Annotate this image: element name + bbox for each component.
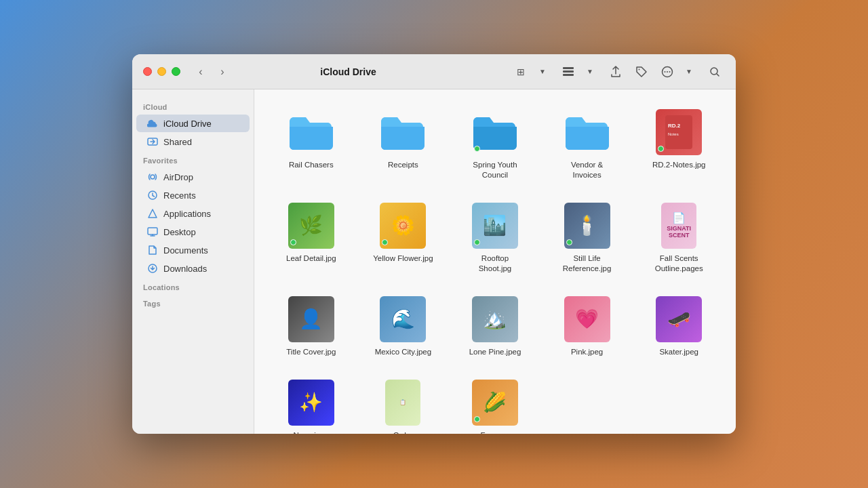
image-thumb-wrapper: 🕯️: [564, 202, 611, 249]
list-item[interactable]: 🕯️ Still Life Reference.jpg: [544, 197, 631, 279]
image-thumb-wrapper: RD.2 Notes: [655, 108, 703, 156]
close-button[interactable]: [143, 67, 152, 76]
content-area: iCloud iCloud Drive Shared Fav: [132, 89, 736, 434]
files-area: Rail Chasers Receipts: [254, 89, 736, 434]
list-item[interactable]: 💗 Pink.jpeg: [544, 290, 631, 363]
sidebar-item-desktop[interactable]: Desktop: [136, 223, 250, 241]
list-item[interactable]: RD.2 Notes RD.2-Notes.jpg: [635, 103, 722, 186]
file-name: Pink.jpeg: [571, 347, 603, 357]
list-item[interactable]: 🌼 Yellow Flower.jpg: [360, 197, 447, 279]
file-name: Leaf Detail.jpg: [286, 253, 336, 264]
file-name: Still Life Reference.jpg: [557, 253, 618, 274]
image-thumb-wrapper: 👤: [288, 296, 335, 343]
list-item[interactable]: Vendor & Invoices: [544, 103, 631, 186]
image-thumb-wrapper: 💗: [564, 296, 611, 343]
svg-point-5: [665, 71, 666, 73]
list-item[interactable]: 👤 Title Cover.jpg: [268, 290, 355, 363]
list-options-button[interactable]: ▼: [580, 62, 600, 81]
doc-icon-wrapper: 📋: [379, 379, 427, 426]
folder-icon-wrapper: [288, 108, 335, 156]
image-thumb-wrapper: 🌽: [471, 379, 519, 426]
sync-badge: [474, 146, 480, 152]
image-thumbnail: 🛹: [656, 296, 702, 342]
list-item[interactable]: 📋 Order form.pages: [360, 373, 447, 434]
svg-text:Notes: Notes: [668, 132, 679, 136]
sidebar-item-recents[interactable]: Recents: [136, 186, 250, 204]
image-thumb-wrapper: 🌿: [288, 202, 335, 249]
image-thumb-wrapper: 🛹: [655, 296, 703, 343]
image-thumbnail: 🌊: [380, 296, 426, 342]
more-button[interactable]: [657, 62, 677, 81]
desktop-label: Desktop: [163, 227, 196, 237]
list-item[interactable]: 🌽 Farmers Market...acket.pdf: [452, 373, 538, 434]
list-view-group: ▼: [558, 62, 600, 81]
file-name: Lone Pine.jpeg: [469, 347, 521, 357]
search-button[interactable]: [705, 62, 725, 81]
svg-point-6: [667, 71, 668, 73]
view-options-button[interactable]: ▼: [532, 62, 553, 81]
view-toggle-group: ⊞ ▼: [511, 62, 553, 81]
file-name: Order form.pages: [372, 430, 433, 434]
svg-point-7: [669, 71, 671, 73]
sidebar-item-applications[interactable]: Applications: [136, 205, 250, 222]
applications-icon: [147, 208, 158, 219]
icloud-section-label: iCloud: [132, 98, 254, 114]
sync-badge: [474, 416, 480, 422]
folder-icon-wrapper: [471, 108, 519, 156]
list-view-button[interactable]: [558, 62, 578, 81]
file-name: Yellow Flower.jpg: [373, 253, 433, 264]
folder-icon: [564, 113, 610, 151]
toolbar-right: ⊞ ▼ ▼: [511, 62, 725, 81]
fullscreen-button[interactable]: [172, 67, 180, 76]
icloud-drive-label: iCloud Drive: [163, 119, 212, 129]
airdrop-label: AirDrop: [163, 172, 193, 182]
list-item[interactable]: ✨ Neon.jpeg: [268, 373, 355, 434]
finder-window: ‹ › iCloud Drive ⊞ ▼ ▼: [132, 54, 736, 434]
svg-rect-1: [563, 70, 574, 73]
recents-label: Recents: [163, 190, 196, 201]
file-name: Farmers Market...acket.pdf: [465, 430, 526, 434]
file-name: Mexico City.jpeg: [375, 347, 432, 357]
sidebar-item-shared[interactable]: Shared: [136, 133, 250, 150]
list-item[interactable]: 🛹 Skater.jpeg: [635, 290, 722, 363]
sync-badge: [290, 239, 296, 245]
image-thumb-wrapper: 🏙️: [471, 202, 519, 249]
list-item[interactable]: 🏙️ Rooftop Shoot.jpg: [452, 197, 538, 279]
sidebar-item-downloads[interactable]: Downloads: [136, 260, 250, 277]
share-button[interactable]: [606, 62, 626, 81]
svg-rect-12: [148, 228, 157, 235]
more-options-button[interactable]: ▼: [679, 62, 699, 81]
file-name: Vendor & Invoices: [557, 160, 618, 180]
doc-icon-wrapper: 📄 SIGNATISCENT: [655, 202, 703, 249]
sidebar-item-airdrop[interactable]: AirDrop: [136, 168, 250, 186]
file-name: Fall Scents Outline.pages: [648, 253, 709, 274]
list-item[interactable]: 📄 SIGNATISCENT Fall Scents Outline.pages: [635, 197, 722, 279]
recents-icon: [147, 190, 158, 201]
svg-rect-0: [563, 67, 574, 69]
list-item[interactable]: 🌿 Leaf Detail.jpg: [268, 197, 355, 279]
list-item[interactable]: 🏔️ Lone Pine.jpeg: [452, 290, 538, 363]
sync-badge: [474, 239, 480, 245]
minimize-button[interactable]: [157, 67, 166, 76]
tag-button[interactable]: [631, 62, 652, 81]
airdrop-icon: [147, 171, 158, 182]
file-name: Neon.jpeg: [294, 430, 329, 434]
tags-section-label: Tags: [132, 294, 254, 310]
file-name: RD.2-Notes.jpg: [652, 160, 706, 170]
list-item[interactable]: Spring Youth Council: [452, 103, 538, 186]
image-thumbnail: 🏔️: [472, 296, 518, 342]
shared-label: Shared: [163, 137, 192, 147]
svg-rect-2: [563, 74, 574, 76]
sidebar-item-documents[interactable]: Documents: [136, 241, 250, 259]
list-item[interactable]: Rail Chasers: [268, 103, 355, 186]
image-thumb-wrapper: 🏔️: [471, 296, 519, 343]
svg-point-3: [639, 68, 640, 70]
image-thumb-wrapper: 🌼: [379, 202, 427, 249]
folder-icon: [288, 113, 334, 151]
folder-icon: [380, 113, 426, 151]
image-thumbnail: 💗: [564, 296, 610, 342]
icon-view-button[interactable]: ⊞: [511, 62, 531, 81]
list-item[interactable]: 🌊 Mexico City.jpeg: [360, 290, 447, 363]
sidebar-item-icloud-drive[interactable]: iCloud Drive: [136, 115, 250, 132]
list-item[interactable]: Receipts: [360, 103, 447, 186]
